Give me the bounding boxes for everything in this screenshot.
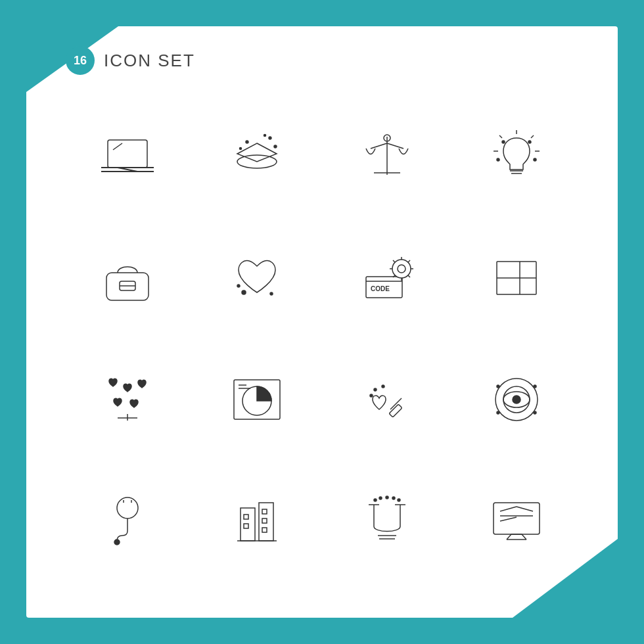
svg-point-11 [240, 147, 242, 149]
svg-rect-28 [106, 273, 149, 300]
grid-layout-icon-cell [455, 220, 579, 335]
handbag-icon-cell [66, 220, 189, 335]
grid-layout-icon [484, 245, 549, 311]
svg-line-47 [408, 260, 410, 262]
monitor-icon [484, 488, 549, 554]
svg-point-66 [513, 396, 520, 403]
svg-point-9 [274, 145, 277, 148]
justice-scale-icon-cell [325, 99, 449, 214]
header: 16 ICON SET [66, 46, 195, 75]
eye-target-icon-cell [455, 342, 579, 457]
heart-bandage-icon-cell [196, 220, 319, 335]
svg-line-14 [371, 143, 387, 149]
svg-rect-78 [244, 515, 248, 519]
svg-point-71 [117, 497, 138, 518]
svg-line-4 [113, 143, 122, 150]
buildings-icon [224, 488, 290, 554]
monitor-icon-cell [455, 463, 579, 578]
lightbulb-icon-cell [455, 99, 579, 214]
svg-point-87 [386, 496, 388, 499]
love-edit-icon-cell [325, 342, 449, 457]
code-settings-icon: CODE [354, 245, 420, 311]
svg-point-67 [497, 385, 499, 388]
svg-rect-80 [262, 509, 267, 514]
magnet-icon [354, 488, 420, 554]
laptop-icon-cell [66, 99, 189, 214]
svg-line-98 [517, 507, 533, 511]
laptop-icon [95, 124, 160, 189]
svg-point-7 [246, 141, 248, 143]
svg-marker-6 [237, 143, 277, 162]
svg-line-97 [500, 507, 517, 511]
pie-chart-icon [224, 367, 290, 432]
svg-line-21 [531, 135, 534, 138]
svg-point-70 [534, 411, 536, 414]
svg-rect-92 [494, 503, 540, 534]
svg-point-10 [264, 134, 266, 136]
svg-point-34 [237, 285, 240, 287]
main-card: 16 ICON SET [26, 26, 618, 618]
svg-rect-0 [108, 140, 147, 168]
page-title: ICON SET [104, 51, 195, 71]
svg-line-46 [408, 275, 410, 277]
svg-point-35 [270, 292, 273, 295]
heart-bandage-icon [224, 245, 290, 311]
svg-line-58 [390, 398, 402, 409]
svg-point-68 [534, 385, 536, 388]
svg-rect-81 [262, 518, 267, 523]
justice-scale-icon [354, 124, 420, 189]
code-settings-icon-cell: CODE [325, 220, 449, 335]
svg-point-61 [382, 385, 384, 388]
svg-line-100 [500, 517, 517, 521]
svg-point-88 [392, 497, 395, 499]
svg-point-25 [528, 141, 531, 143]
svg-point-26 [497, 158, 499, 161]
svg-rect-59 [389, 404, 402, 417]
svg-line-45 [393, 260, 395, 262]
svg-point-85 [374, 499, 377, 501]
icons-grid: CODE [66, 99, 578, 578]
svg-rect-79 [244, 524, 248, 528]
magnet-icon-cell [325, 463, 449, 578]
svg-point-60 [374, 388, 377, 391]
svg-point-74 [114, 540, 120, 545]
hearts-falling-icon-cell [66, 342, 189, 457]
svg-point-27 [534, 158, 536, 161]
lightbulb-icon [484, 124, 549, 189]
layers-icon [224, 124, 290, 189]
pie-chart-icon-cell [196, 342, 319, 457]
layers-icon-cell [196, 99, 319, 214]
svg-point-39 [392, 260, 411, 278]
svg-point-69 [497, 411, 499, 414]
badge: 16 [66, 46, 95, 75]
svg-line-96 [522, 534, 526, 540]
svg-point-8 [269, 137, 271, 139]
svg-line-15 [387, 143, 403, 149]
love-edit-icon [354, 367, 420, 432]
svg-point-89 [398, 499, 400, 501]
svg-rect-75 [241, 508, 255, 541]
svg-text:CODE: CODE [371, 285, 390, 292]
svg-line-95 [507, 534, 511, 540]
svg-point-33 [242, 290, 246, 294]
svg-line-20 [499, 135, 502, 138]
plug-icon-cell [66, 463, 189, 578]
buildings-icon-cell [196, 463, 319, 578]
eye-target-icon [484, 367, 549, 432]
svg-rect-82 [262, 528, 267, 532]
svg-point-86 [379, 497, 382, 499]
svg-rect-76 [259, 503, 273, 541]
svg-point-62 [370, 394, 373, 397]
svg-point-24 [502, 141, 505, 143]
handbag-icon [95, 245, 160, 311]
plug-icon [95, 488, 160, 554]
hearts-falling-icon [95, 367, 160, 432]
